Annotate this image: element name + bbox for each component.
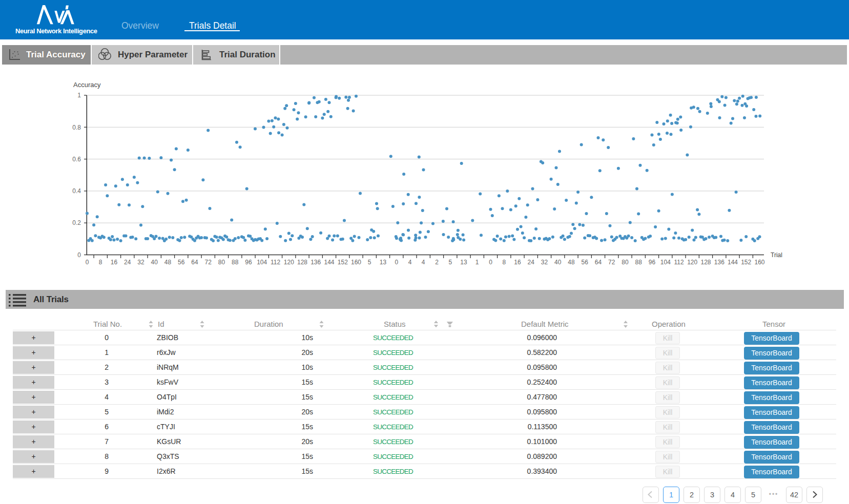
svg-text:88: 88 <box>232 259 239 266</box>
svg-text:0.4: 0.4 <box>72 187 81 195</box>
svg-text:32: 32 <box>541 259 548 266</box>
svg-text:0.6: 0.6 <box>72 156 81 163</box>
svg-text:120: 120 <box>687 259 697 266</box>
svg-text:4: 4 <box>408 259 412 266</box>
svg-text:120: 120 <box>284 259 294 266</box>
svg-text:40: 40 <box>151 259 158 266</box>
svg-text:0: 0 <box>77 251 81 259</box>
svg-text:96: 96 <box>649 259 656 266</box>
svg-text:96: 96 <box>245 259 252 266</box>
svg-text:5: 5 <box>368 259 371 266</box>
svg-text:13: 13 <box>380 259 387 266</box>
svg-text:Accuracy: Accuracy <box>73 81 101 89</box>
svg-text:40: 40 <box>554 259 562 266</box>
svg-text:48: 48 <box>568 259 575 266</box>
svg-text:152: 152 <box>338 259 348 266</box>
svg-text:16: 16 <box>514 259 521 266</box>
svg-text:80: 80 <box>218 259 225 266</box>
svg-text:72: 72 <box>608 259 615 266</box>
svg-text:152: 152 <box>741 259 751 266</box>
svg-text:24: 24 <box>528 259 535 266</box>
svg-text:160: 160 <box>351 259 361 266</box>
svg-text:112: 112 <box>674 259 684 266</box>
svg-text:80: 80 <box>622 259 629 266</box>
svg-text:32: 32 <box>137 259 144 266</box>
svg-text:48: 48 <box>164 259 172 266</box>
svg-text:128: 128 <box>700 259 711 266</box>
svg-text:4: 4 <box>422 259 425 266</box>
svg-text:5: 5 <box>448 259 452 266</box>
svg-text:0.2: 0.2 <box>72 219 81 226</box>
svg-text:2: 2 <box>435 259 439 266</box>
svg-text:0: 0 <box>489 259 492 266</box>
svg-text:0: 0 <box>395 259 398 266</box>
svg-text:56: 56 <box>582 259 589 266</box>
svg-text:0: 0 <box>86 259 89 266</box>
svg-text:16: 16 <box>111 259 118 266</box>
svg-text:1: 1 <box>475 259 479 266</box>
svg-text:128: 128 <box>297 259 307 266</box>
svg-text:160: 160 <box>754 259 764 266</box>
svg-text:104: 104 <box>257 259 267 266</box>
svg-text:1: 1 <box>77 92 81 99</box>
svg-text:13: 13 <box>460 259 467 266</box>
svg-text:144: 144 <box>728 259 738 266</box>
svg-text:8: 8 <box>99 259 102 266</box>
svg-text:64: 64 <box>191 259 198 266</box>
svg-text:0.8: 0.8 <box>72 124 81 131</box>
svg-text:24: 24 <box>124 259 131 266</box>
svg-text:72: 72 <box>205 259 212 266</box>
svg-text:136: 136 <box>714 259 724 266</box>
svg-text:136: 136 <box>310 259 321 266</box>
svg-text:Trial: Trial <box>771 251 782 259</box>
svg-text:8: 8 <box>502 259 506 266</box>
svg-text:144: 144 <box>324 259 334 266</box>
svg-text:104: 104 <box>660 259 671 266</box>
svg-text:88: 88 <box>635 259 643 266</box>
svg-text:112: 112 <box>271 259 280 266</box>
svg-text:56: 56 <box>178 259 185 266</box>
svg-text:64: 64 <box>595 259 602 266</box>
